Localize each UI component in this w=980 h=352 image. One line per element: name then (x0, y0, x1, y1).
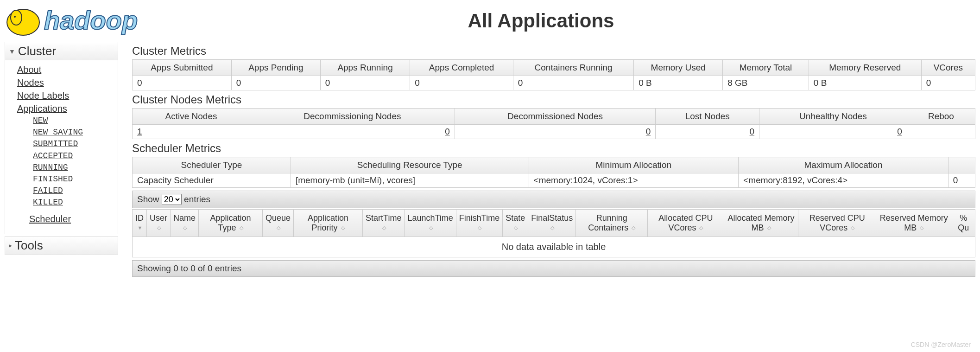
nav-node-labels[interactable]: Node Labels (17, 89, 118, 102)
cell: 0 (513, 76, 633, 90)
th-state[interactable]: State◇ (503, 210, 528, 237)
cell: [memory-mb (unit=Mi), vcores] (291, 173, 529, 188)
th-apps-running[interactable]: Apps Running (320, 60, 410, 76)
th-extra[interactable] (948, 157, 975, 173)
cell: 0 (656, 125, 759, 139)
nav-cluster-header[interactable]: ▼ Cluster (5, 42, 118, 60)
th-apps-pending[interactable]: Apps Pending (231, 60, 320, 76)
th-memory-total[interactable]: Memory Total (723, 60, 809, 76)
th-reserved-memory[interactable]: Reserved Memory MB ◇ (876, 210, 952, 237)
th-queue[interactable]: Queue◇ (263, 210, 294, 237)
th-active-nodes[interactable]: Active Nodes (133, 109, 250, 125)
th-priority[interactable]: Application Priority ◇ (294, 210, 363, 237)
th-id[interactable]: ID▼ (133, 210, 147, 237)
nav-state-failed[interactable]: FAILED (33, 185, 118, 197)
nav-state-new[interactable]: NEW (33, 115, 118, 127)
th-apps-completed[interactable]: Apps Completed (410, 60, 513, 76)
caret-down-icon: ▼ (9, 48, 15, 55)
nav-state-accepted[interactable]: ACCEPTED (33, 150, 118, 162)
page-size-select[interactable]: 20 (162, 194, 182, 205)
nav-state-killed[interactable]: KILLED (33, 197, 118, 208)
nav-state-new-saving[interactable]: NEW_SAVING (33, 127, 118, 138)
th-max-alloc[interactable]: Maximum Allocation (739, 157, 948, 173)
th-decommissioned-nodes[interactable]: Decommissioned Nodes (455, 109, 656, 125)
nav-tools-header[interactable]: ▸ Tools (5, 237, 118, 255)
nodes-metrics-title: Cluster Nodes Metrics (132, 93, 975, 106)
sidebar: ▼ Cluster About Nodes Node Labels Applic… (5, 42, 118, 277)
th-lost-nodes[interactable]: Lost Nodes (656, 109, 759, 125)
th-memory-reserved[interactable]: Memory Reserved (809, 60, 921, 76)
th-decommissioning-nodes[interactable]: Decommissioning Nodes (250, 109, 455, 125)
cell: 0 (231, 76, 320, 90)
th-alloc-memory[interactable]: Allocated Memory MB ◇ (724, 210, 798, 237)
unhealthy-link[interactable]: 0 (897, 127, 902, 136)
nav-app-states: NEW NEW_SAVING SUBMITTED ACCEPTED RUNNIN… (17, 115, 118, 209)
sort-icon: ◇ (341, 226, 345, 230)
sort-icon: ◇ (157, 226, 161, 230)
th-finishtime[interactable]: FinishTime◇ (456, 210, 502, 237)
th-vcores[interactable]: VCores (921, 60, 975, 76)
nav-nodes[interactable]: Nodes (17, 76, 118, 89)
nav-cluster-label: Cluster (18, 44, 56, 58)
sort-icon: ◇ (277, 226, 280, 230)
cell: <memory:1024, vCores:1> (529, 173, 739, 188)
cell: 0 (133, 76, 232, 90)
caret-right-icon: ▸ (9, 242, 12, 249)
th-containers-running[interactable]: Containers Running (513, 60, 633, 76)
nav-applications[interactable]: Applications (17, 102, 118, 115)
sort-desc-icon: ▼ (138, 226, 143, 230)
sort-icon: ◇ (851, 226, 854, 230)
svg-point-1 (11, 10, 22, 25)
th-resource-type[interactable]: Scheduling Resource Type (291, 157, 529, 173)
nav-state-submitted[interactable]: SUBMITTED (33, 138, 118, 150)
lost-nodes-link[interactable]: 0 (750, 127, 755, 136)
th-pct-queue[interactable]: % Qu (952, 210, 975, 237)
th-apps-submitted[interactable]: Apps Submitted (133, 60, 232, 76)
table-row: 0 0 0 0 0 0 B 8 GB 0 B 0 (133, 76, 975, 90)
th-finalstatus[interactable]: FinalStatus◇ (528, 210, 576, 237)
nodes-metrics-table: Active Nodes Decommissioning Nodes Decom… (132, 108, 975, 139)
th-running-containers[interactable]: Running Containers ◇ (576, 210, 648, 237)
th-alloc-vcores[interactable]: Allocated CPU VCores ◇ (648, 210, 724, 237)
sort-icon: ◇ (382, 226, 386, 230)
active-nodes-link[interactable]: 1 (137, 127, 142, 136)
th-reserved-vcores[interactable]: Reserved CPU VCores ◇ (798, 210, 876, 237)
cell: 8 GB (723, 76, 809, 90)
th-launchtime[interactable]: LaunchTime◇ (405, 210, 456, 237)
cell: 0 B (809, 76, 921, 90)
nav-scheduler[interactable]: Scheduler (29, 212, 118, 225)
nav-tools-label: Tools (15, 238, 43, 253)
cell: 0 (250, 125, 455, 139)
th-unhealthy-nodes[interactable]: Unhealthy Nodes (759, 109, 907, 125)
th-scheduler-type[interactable]: Scheduler Type (133, 157, 291, 173)
th-memory-used[interactable]: Memory Used (634, 60, 723, 76)
scheduler-metrics-table: Scheduler Type Scheduling Resource Type … (132, 157, 975, 188)
main-content: Cluster Metrics Apps Submitted Apps Pend… (118, 42, 975, 277)
nav-state-finished[interactable]: FINISHED (33, 173, 118, 185)
th-app-type[interactable]: Application Type ◇ (199, 210, 263, 237)
cluster-metrics-table: Apps Submitted Apps Pending Apps Running… (132, 59, 975, 90)
decommissioning-link[interactable]: 0 (445, 127, 450, 136)
applications-table: ID▼ User◇ Name◇ Application Type ◇ Queue… (132, 209, 975, 257)
th-starttime[interactable]: StartTime◇ (363, 210, 405, 237)
table-row: No data available in table (133, 237, 975, 257)
th-name[interactable]: Name◇ (171, 210, 199, 237)
cell: 0 (410, 76, 513, 90)
sort-icon: ◇ (183, 226, 187, 230)
scheduler-metrics-title: Scheduler Metrics (132, 142, 975, 155)
decommissioned-link[interactable]: 0 (646, 127, 651, 136)
show-label: Show (137, 194, 159, 204)
th-min-alloc[interactable]: Minimum Allocation (529, 157, 739, 173)
table-row: 1 0 0 0 0 (133, 125, 975, 139)
nav-about[interactable]: About (17, 63, 118, 76)
nav-state-running[interactable]: RUNNING (33, 162, 118, 173)
sort-icon: ◇ (920, 226, 923, 230)
datatable-info-bar: Showing 0 to 0 of 0 entries (132, 260, 975, 277)
th-user[interactable]: User◇ (147, 210, 171, 237)
cell: 0 (759, 125, 907, 139)
th-rebooted-nodes[interactable]: Reboo (907, 109, 975, 125)
cell (907, 125, 975, 139)
datatable-length-bar: Show 20 entries (132, 191, 975, 208)
cell: 1 (133, 125, 250, 139)
sort-icon: ◇ (699, 226, 703, 230)
